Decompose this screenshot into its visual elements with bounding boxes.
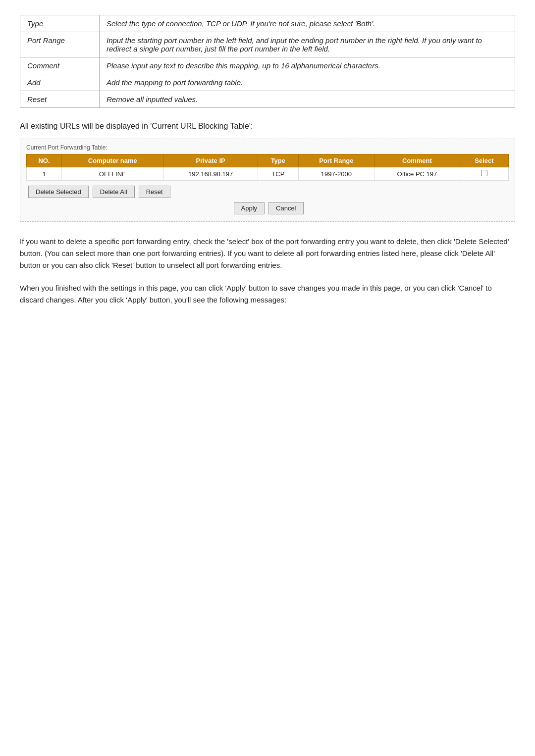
section-heading: All existing URLs will be displayed in '… <box>20 122 515 131</box>
pf-table-row: 1 OFFLINE 192.168.98.197 TCP 1997-2000 O… <box>27 167 509 181</box>
info-description: Input the starting port number in the le… <box>100 32 515 57</box>
info-description: Select the type of connection, TCP or UD… <box>100 15 515 32</box>
info-table-row: Port Range Input the starting port numbe… <box>20 32 515 57</box>
info-table-row: Comment Please input any text to describ… <box>20 57 515 74</box>
pf-type: TCP <box>258 167 298 181</box>
reset-button[interactable]: Reset <box>139 186 170 198</box>
paragraph2: When you finished with the settings in t… <box>20 282 515 306</box>
pf-column-header: Select <box>460 154 508 167</box>
pf-select-checkbox[interactable] <box>481 170 487 176</box>
info-table: Type Select the type of connection, TCP … <box>20 15 515 108</box>
info-table-row: Type Select the type of connection, TCP … <box>20 15 515 32</box>
pf-table-label: Current Port Forwarding Table: <box>26 144 509 151</box>
info-description: Remove all inputted values. <box>100 91 515 108</box>
pf-column-header: Comment <box>374 154 460 167</box>
info-description: Please input any text to describe this m… <box>100 57 515 74</box>
pf-port-range: 1997-2000 <box>298 167 374 181</box>
cancel-button[interactable]: Cancel <box>268 202 303 214</box>
delete-selected-button[interactable]: Delete Selected <box>28 186 89 198</box>
pf-table: NO.Computer namePrivate IPTypePort Range… <box>26 154 509 181</box>
pf-comment: Office PC 197 <box>374 167 460 181</box>
apply-button[interactable]: Apply <box>234 202 265 214</box>
pf-computer-name: OFFLINE <box>62 167 163 181</box>
delete-all-button[interactable]: Delete All <box>93 186 135 198</box>
info-label: Add <box>20 74 100 91</box>
pf-column-header: Computer name <box>62 154 163 167</box>
pf-select-cell[interactable] <box>460 167 508 181</box>
info-label: Type <box>20 15 100 32</box>
pf-container: Current Port Forwarding Table: NO.Comput… <box>20 139 515 222</box>
pf-column-header: Type <box>258 154 298 167</box>
info-table-row: Reset Remove all inputted values. <box>20 91 515 108</box>
pf-column-header: Port Range <box>298 154 374 167</box>
pf-button-row2: Apply Cancel <box>26 202 509 214</box>
pf-private-ip: 192.168.98.197 <box>163 167 258 181</box>
pf-no: 1 <box>27 167 62 181</box>
pf-column-header: Private IP <box>163 154 258 167</box>
info-label: Comment <box>20 57 100 74</box>
pf-button-row1: Delete Selected Delete All Reset <box>26 186 509 198</box>
info-label: Port Range <box>20 32 100 57</box>
info-table-row: Add Add the mapping to port forwarding t… <box>20 74 515 91</box>
pf-column-header: NO. <box>27 154 62 167</box>
info-description: Add the mapping to port forwarding table… <box>100 74 515 91</box>
paragraph1: If you want to delete a specific port fo… <box>20 236 515 271</box>
info-label: Reset <box>20 91 100 108</box>
